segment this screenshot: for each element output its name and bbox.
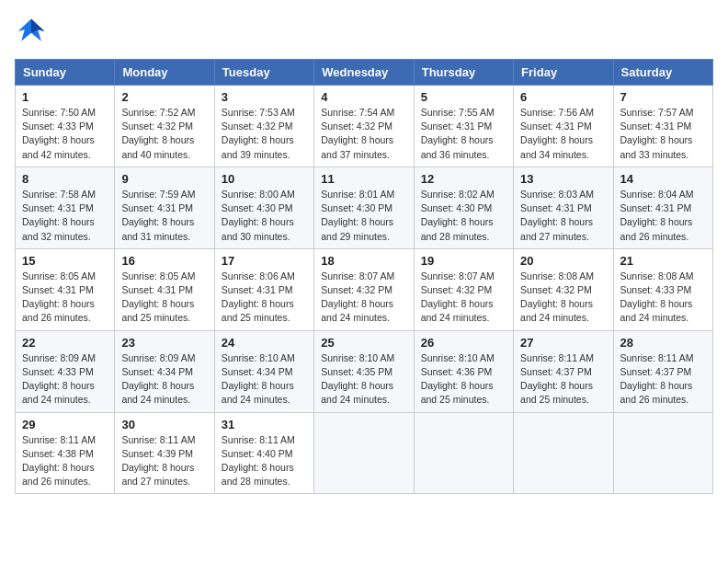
cell-content: Sunrise: 8:03 AMSunset: 4:31 PMDaylight:… — [520, 188, 606, 244]
day-number: 5 — [421, 90, 506, 104]
day-number: 23 — [121, 336, 207, 350]
cell-content: Sunrise: 8:09 AMSunset: 4:33 PMDaylight:… — [22, 351, 108, 408]
calendar-cell — [314, 412, 414, 494]
logo-bird-icon — [15, 15, 48, 48]
day-number: 2 — [121, 90, 207, 104]
day-number: 4 — [321, 90, 406, 104]
calendar-week-row: 8Sunrise: 7:58 AMSunset: 4:31 PMDaylight… — [16, 167, 713, 248]
calendar-header-row: SundayMondayTuesdayWednesdayThursdayFrid… — [16, 60, 713, 86]
calendar-cell — [414, 412, 513, 494]
calendar-cell — [514, 412, 613, 494]
day-number: 26 — [421, 336, 506, 350]
cell-content: Sunrise: 8:04 AMSunset: 4:31 PMDaylight:… — [620, 188, 706, 244]
cell-content: Sunrise: 8:11 AMSunset: 4:37 PMDaylight:… — [520, 351, 606, 408]
day-number: 6 — [520, 90, 606, 104]
calendar-cell: 30Sunrise: 8:11 AMSunset: 4:39 PMDayligh… — [115, 412, 214, 494]
weekday-header-saturday: Saturday — [613, 60, 712, 86]
calendar-cell: 9Sunrise: 7:59 AMSunset: 4:31 PMDaylight… — [115, 167, 214, 248]
calendar-cell: 29Sunrise: 8:11 AMSunset: 4:38 PMDayligh… — [16, 412, 115, 494]
cell-content: Sunrise: 8:08 AMSunset: 4:32 PMDaylight:… — [520, 270, 606, 326]
calendar-cell: 31Sunrise: 8:11 AMSunset: 4:40 PMDayligh… — [214, 412, 313, 494]
calendar-cell: 25Sunrise: 8:10 AMSunset: 4:35 PMDayligh… — [314, 330, 414, 412]
day-number: 28 — [620, 336, 706, 350]
calendar-cell: 28Sunrise: 8:11 AMSunset: 4:37 PMDayligh… — [613, 330, 712, 412]
cell-content: Sunrise: 7:53 AMSunset: 4:32 PMDaylight:… — [222, 106, 307, 162]
logo — [15, 15, 51, 48]
weekday-header-tuesday: Tuesday — [214, 60, 313, 86]
day-number: 15 — [22, 254, 108, 268]
calendar-cell: 1Sunrise: 7:50 AMSunset: 4:33 PMDaylight… — [16, 86, 115, 167]
calendar-week-row: 29Sunrise: 8:11 AMSunset: 4:38 PMDayligh… — [16, 412, 713, 494]
day-number: 30 — [121, 418, 207, 431]
day-number: 20 — [520, 254, 606, 268]
day-number: 25 — [321, 336, 406, 350]
calendar-body: 1Sunrise: 7:50 AMSunset: 4:33 PMDaylight… — [16, 86, 713, 494]
cell-content: Sunrise: 7:56 AMSunset: 4:31 PMDaylight:… — [520, 106, 606, 162]
calendar-week-row: 1Sunrise: 7:50 AMSunset: 4:33 PMDaylight… — [16, 86, 713, 167]
day-number: 21 — [620, 254, 706, 268]
cell-content: Sunrise: 8:11 AMSunset: 4:38 PMDaylight:… — [22, 433, 108, 489]
cell-content: Sunrise: 8:11 AMSunset: 4:39 PMDaylight:… — [121, 433, 207, 489]
calendar-cell: 26Sunrise: 8:10 AMSunset: 4:36 PMDayligh… — [414, 330, 513, 412]
calendar-cell: 2Sunrise: 7:52 AMSunset: 4:32 PMDaylight… — [115, 86, 214, 167]
cell-content: Sunrise: 8:05 AMSunset: 4:31 PMDaylight:… — [22, 270, 108, 326]
calendar-cell: 14Sunrise: 8:04 AMSunset: 4:31 PMDayligh… — [613, 167, 712, 248]
cell-content: Sunrise: 8:00 AMSunset: 4:30 PMDaylight:… — [222, 188, 307, 244]
calendar-cell: 4Sunrise: 7:54 AMSunset: 4:32 PMDaylight… — [314, 86, 414, 167]
day-number: 14 — [620, 172, 706, 186]
cell-content: Sunrise: 7:59 AMSunset: 4:31 PMDaylight:… — [121, 188, 207, 244]
day-number: 11 — [321, 172, 406, 186]
calendar-cell: 18Sunrise: 8:07 AMSunset: 4:32 PMDayligh… — [314, 248, 414, 330]
day-number: 7 — [620, 90, 706, 104]
calendar-cell: 12Sunrise: 8:02 AMSunset: 4:30 PMDayligh… — [414, 167, 513, 248]
calendar-cell: 16Sunrise: 8:05 AMSunset: 4:31 PMDayligh… — [115, 248, 214, 330]
weekday-header-sunday: Sunday — [16, 60, 115, 86]
day-number: 31 — [222, 418, 307, 431]
calendar-table: SundayMondayTuesdayWednesdayThursdayFrid… — [15, 59, 713, 494]
calendar-cell: 5Sunrise: 7:55 AMSunset: 4:31 PMDaylight… — [414, 86, 513, 167]
cell-content: Sunrise: 8:09 AMSunset: 4:34 PMDaylight:… — [121, 351, 207, 408]
cell-content: Sunrise: 8:01 AMSunset: 4:30 PMDaylight:… — [321, 188, 406, 244]
day-number: 8 — [22, 172, 108, 186]
calendar-cell: 10Sunrise: 8:00 AMSunset: 4:30 PMDayligh… — [214, 167, 313, 248]
calendar-week-row: 15Sunrise: 8:05 AMSunset: 4:31 PMDayligh… — [16, 248, 713, 330]
calendar-cell: 13Sunrise: 8:03 AMSunset: 4:31 PMDayligh… — [514, 167, 613, 248]
cell-content: Sunrise: 8:10 AMSunset: 4:36 PMDaylight:… — [421, 351, 506, 408]
day-number: 29 — [22, 418, 108, 431]
day-number: 19 — [421, 254, 506, 268]
day-number: 24 — [222, 336, 307, 350]
calendar-cell: 3Sunrise: 7:53 AMSunset: 4:32 PMDaylight… — [214, 86, 313, 167]
cell-content: Sunrise: 7:55 AMSunset: 4:31 PMDaylight:… — [421, 106, 506, 162]
day-number: 18 — [321, 254, 406, 268]
cell-content: Sunrise: 8:05 AMSunset: 4:31 PMDaylight:… — [121, 270, 207, 326]
cell-content: Sunrise: 8:02 AMSunset: 4:30 PMDaylight:… — [421, 188, 506, 244]
calendar-cell: 19Sunrise: 8:07 AMSunset: 4:32 PMDayligh… — [414, 248, 513, 330]
cell-content: Sunrise: 7:58 AMSunset: 4:31 PMDaylight:… — [22, 188, 108, 244]
calendar-cell: 17Sunrise: 8:06 AMSunset: 4:31 PMDayligh… — [214, 248, 313, 330]
cell-content: Sunrise: 8:06 AMSunset: 4:31 PMDaylight:… — [222, 270, 307, 326]
calendar-cell: 7Sunrise: 7:57 AMSunset: 4:31 PMDaylight… — [613, 86, 712, 167]
calendar-cell: 6Sunrise: 7:56 AMSunset: 4:31 PMDaylight… — [514, 86, 613, 167]
calendar-cell — [613, 412, 712, 494]
day-number: 13 — [520, 172, 606, 186]
day-number: 27 — [520, 336, 606, 350]
day-number: 22 — [22, 336, 108, 350]
cell-content: Sunrise: 7:50 AMSunset: 4:33 PMDaylight:… — [22, 106, 108, 162]
calendar-cell: 23Sunrise: 8:09 AMSunset: 4:34 PMDayligh… — [115, 330, 214, 412]
calendar-cell: 11Sunrise: 8:01 AMSunset: 4:30 PMDayligh… — [314, 167, 414, 248]
calendar-week-row: 22Sunrise: 8:09 AMSunset: 4:33 PMDayligh… — [16, 330, 713, 412]
cell-content: Sunrise: 8:07 AMSunset: 4:32 PMDaylight:… — [421, 270, 506, 326]
calendar-cell: 22Sunrise: 8:09 AMSunset: 4:33 PMDayligh… — [16, 330, 115, 412]
cell-content: Sunrise: 7:52 AMSunset: 4:32 PMDaylight:… — [121, 106, 207, 162]
weekday-header-monday: Monday — [115, 60, 214, 86]
cell-content: Sunrise: 8:11 AMSunset: 4:37 PMDaylight:… — [620, 351, 706, 408]
day-number: 16 — [121, 254, 207, 268]
calendar-cell: 24Sunrise: 8:10 AMSunset: 4:34 PMDayligh… — [214, 330, 313, 412]
day-number: 3 — [222, 90, 307, 104]
cell-content: Sunrise: 8:08 AMSunset: 4:33 PMDaylight:… — [620, 270, 706, 326]
weekday-header-friday: Friday — [514, 60, 613, 86]
cell-content: Sunrise: 8:11 AMSunset: 4:40 PMDaylight:… — [222, 433, 307, 489]
calendar-cell: 21Sunrise: 8:08 AMSunset: 4:33 PMDayligh… — [613, 248, 712, 330]
cell-content: Sunrise: 8:10 AMSunset: 4:34 PMDaylight:… — [222, 351, 307, 408]
cell-content: Sunrise: 8:07 AMSunset: 4:32 PMDaylight:… — [321, 270, 406, 326]
